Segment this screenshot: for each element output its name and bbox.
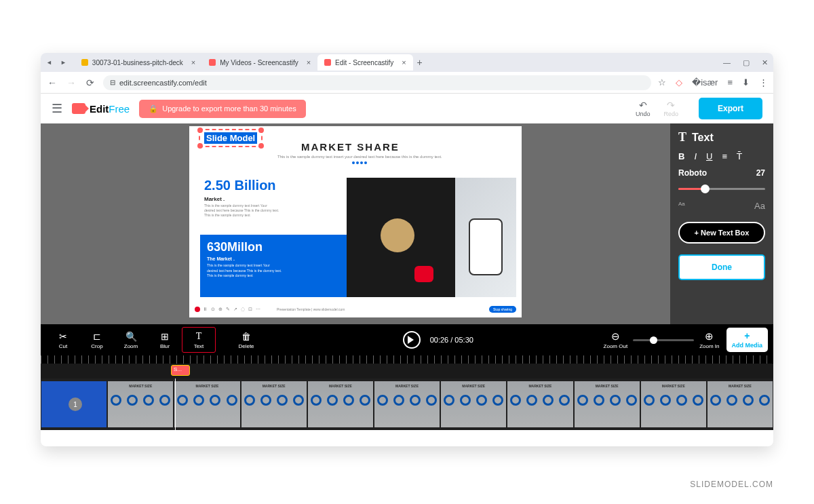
cut-button[interactable]: ✂Cut bbox=[46, 327, 80, 353]
tab-1[interactable]: 30073-01-business-pitch-deck× bbox=[75, 54, 202, 71]
address-bar: ← → ⟳ ⊟ edit.screencastify.com/edit ☆ ◇ … bbox=[41, 72, 773, 94]
underline-button[interactable]: U bbox=[706, 151, 712, 161]
tab-title: Edit - Screencastify bbox=[335, 59, 393, 66]
text-clip[interactable]: S... bbox=[171, 365, 190, 376]
font-name[interactable]: Roboto bbox=[678, 168, 707, 178]
font-size[interactable]: 27 bbox=[756, 168, 765, 178]
timeline-ruler[interactable] bbox=[41, 355, 773, 364]
close-icon[interactable]: × bbox=[191, 58, 195, 66]
stat-block-1: 2.50 Billion Market . This is the sample… bbox=[204, 178, 279, 218]
logo-text: EditFree bbox=[90, 103, 130, 115]
app-logo[interactable]: EditFree bbox=[72, 103, 130, 115]
close-window-icon[interactable]: ✕ bbox=[762, 58, 768, 67]
timeline-toolbar: ✂Cut ⊏Crop 🔍Zoom ⊞Blur TText 🗑Delete 00:… bbox=[41, 324, 773, 355]
tab-back-icon[interactable]: ◄ bbox=[46, 59, 52, 66]
export-button[interactable]: Export bbox=[699, 98, 762, 119]
slide-image-2 bbox=[455, 178, 516, 297]
stat-value: 2.50 Billion bbox=[204, 178, 279, 193]
zoom-in-icon: ⊕ bbox=[705, 330, 714, 343]
screencastify-ext-icon[interactable]: ◇ bbox=[676, 77, 682, 88]
editor-stage: Slide Model MARKET SHARE This is the sam… bbox=[41, 123, 773, 324]
zoom-out-button[interactable]: ⊖Zoom Out bbox=[604, 330, 628, 349]
menu-icon[interactable]: ⋮ bbox=[759, 77, 768, 88]
site-info-icon[interactable]: ⊟ bbox=[110, 79, 115, 86]
size-slider[interactable] bbox=[678, 185, 765, 194]
reload-button[interactable]: ⟳ bbox=[84, 77, 96, 88]
undo-button[interactable]: ↶Undo bbox=[636, 100, 651, 117]
resize-handle[interactable] bbox=[197, 128, 203, 133]
extensions-icon[interactable]: �især bbox=[692, 77, 718, 88]
record-icon bbox=[195, 307, 200, 312]
url-input[interactable]: ⊟ edit.screencastify.com/edit bbox=[103, 75, 651, 90]
play-button[interactable] bbox=[403, 331, 421, 349]
tab-fwd-icon[interactable]: ► bbox=[60, 59, 66, 66]
tab-2[interactable]: My Videos - Screencastify× bbox=[202, 54, 317, 71]
timeline-thumb[interactable]: MARKET SIZE bbox=[374, 381, 440, 427]
bold-button[interactable]: B bbox=[678, 151, 684, 161]
browser-window: ◄ ► 30073-01-business-pitch-deck× My Vid… bbox=[41, 53, 773, 446]
download-icon[interactable]: ⬇ bbox=[742, 77, 750, 88]
zoom-icon: 🔍 bbox=[125, 331, 137, 342]
delete-button[interactable]: 🗑Delete bbox=[229, 327, 263, 353]
text-style-button[interactable]: T̄ bbox=[737, 151, 742, 161]
timeline-thumb[interactable]: MARKET SIZE bbox=[241, 381, 307, 427]
url-text: edit.screencastify.com/edit bbox=[119, 79, 207, 87]
screencastify-icon bbox=[209, 59, 216, 66]
timeline-thumb[interactable]: MARKET SIZE bbox=[507, 381, 573, 427]
text-tool-button[interactable]: TText bbox=[182, 327, 216, 353]
align-button[interactable]: ≡ bbox=[722, 151, 727, 161]
recording-toolbar: ⏸⊙⊕✎↗◌⊡⋯ Presentation Template | www.sli… bbox=[195, 304, 516, 315]
add-media-button[interactable]: +Add Media bbox=[726, 328, 769, 352]
done-button[interactable]: Done bbox=[678, 254, 765, 280]
new-tab-button[interactable]: + bbox=[413, 57, 427, 68]
crop-button[interactable]: ⊏Crop bbox=[80, 327, 114, 353]
text-overlay[interactable]: Slide Model bbox=[199, 129, 263, 147]
hamburger-icon[interactable]: ☰ bbox=[52, 101, 62, 116]
video-timeline[interactable]: MARKET SIZE MARKET SIZE MARKET SIZE MARK… bbox=[41, 379, 773, 430]
reading-list-icon[interactable]: ≡ bbox=[727, 77, 733, 88]
timeline-thumb[interactable] bbox=[41, 381, 106, 427]
forward-button[interactable]: → bbox=[65, 77, 77, 88]
text-panel: TText B I U ≡ T̄ Roboto 27 AaAa + New Te… bbox=[670, 123, 773, 324]
timeline-thumb[interactable]: MARKET SIZE bbox=[308, 381, 373, 427]
text-icon: T bbox=[678, 130, 686, 144]
resize-handle[interactable] bbox=[258, 143, 264, 149]
zoom-in-button[interactable]: ⊕Zoom In bbox=[699, 330, 719, 349]
crop-icon: ⊏ bbox=[93, 331, 101, 342]
italic-button[interactable]: I bbox=[694, 151, 697, 161]
timeline-thumb[interactable]: MARKET SIZE bbox=[575, 381, 640, 427]
timeline-thumb[interactable]: MARKET SIZE bbox=[708, 381, 773, 427]
watermark: SLIDEMODEL.COM bbox=[690, 480, 773, 489]
new-text-box-button[interactable]: + New Text Box bbox=[678, 222, 765, 244]
upgrade-label: Upgrade to export more than 30 minutes bbox=[162, 104, 296, 113]
stat-block-2: 630Millon The Market . This is the sampl… bbox=[200, 235, 347, 297]
minimize-icon[interactable]: — bbox=[723, 58, 731, 67]
resize-handle[interactable] bbox=[197, 143, 203, 149]
upgrade-button[interactable]: 🔒 Upgrade to export more than 30 minutes bbox=[139, 100, 306, 118]
slider-thumb[interactable] bbox=[701, 185, 710, 193]
timeline-thumb[interactable]: MARKET SIZE bbox=[641, 381, 706, 427]
timeline-thumb[interactable]: MARKET SIZE bbox=[108, 381, 173, 427]
canvas[interactable]: Slide Model MARKET SHARE This is the sam… bbox=[41, 123, 670, 324]
tab-history: ◄ ► bbox=[46, 59, 66, 66]
zoom-button[interactable]: 🔍Zoom bbox=[114, 327, 148, 353]
close-icon[interactable]: × bbox=[402, 58, 406, 66]
back-button[interactable]: ← bbox=[46, 77, 58, 88]
timeline-thumb[interactable]: MARKET SIZE bbox=[441, 381, 506, 427]
blur-button[interactable]: ⊞Blur bbox=[148, 327, 182, 353]
stop-sharing-button[interactable]: Stop sharing bbox=[489, 306, 516, 313]
bookmark-icon[interactable]: ☆ bbox=[658, 77, 666, 88]
timeline-thumb[interactable]: MARKET SIZE bbox=[174, 381, 239, 427]
close-icon[interactable]: × bbox=[307, 58, 311, 66]
logo-icon bbox=[72, 103, 85, 114]
playhead[interactable] bbox=[175, 379, 176, 430]
tab-3[interactable]: Edit - Screencastify× bbox=[317, 54, 413, 71]
maximize-icon[interactable]: ▢ bbox=[743, 58, 750, 67]
format-row: B I U ≡ T̄ bbox=[678, 151, 765, 161]
stat-value: 630Millon bbox=[207, 240, 340, 254]
redo-button[interactable]: ↷Redo bbox=[663, 100, 678, 117]
tab-title: My Videos - Screencastify bbox=[220, 59, 298, 66]
stat-desc: This is the sample dummy text Insert You… bbox=[207, 263, 340, 279]
zoom-slider[interactable] bbox=[633, 339, 694, 341]
resize-handle[interactable] bbox=[258, 128, 264, 133]
